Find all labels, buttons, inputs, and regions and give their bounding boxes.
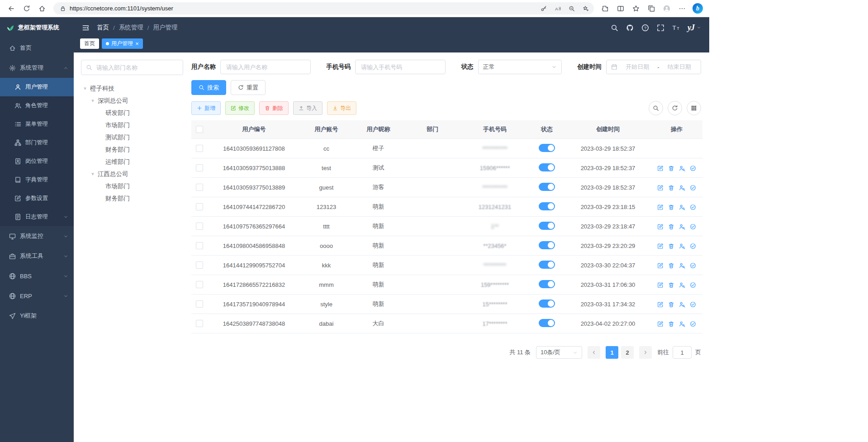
reset-password-icon[interactable] bbox=[679, 165, 685, 171]
edit-icon[interactable] bbox=[657, 165, 664, 171]
authorize-icon[interactable] bbox=[690, 262, 696, 269]
reset-password-icon[interactable] bbox=[679, 301, 685, 308]
sidebar-item[interactable]: 部门管理 bbox=[0, 133, 74, 152]
sidebar-item[interactable]: 系统管理 bbox=[0, 58, 74, 78]
github-icon[interactable] bbox=[626, 24, 634, 32]
tree-caret-icon[interactable]: ▾ bbox=[82, 86, 88, 91]
add-favorite-icon[interactable] bbox=[580, 3, 591, 14]
sidebar-item[interactable]: 系统工具 bbox=[0, 246, 74, 266]
tree-node[interactable]: 研发部门 bbox=[81, 107, 183, 119]
sidebar-item[interactable]: 菜单管理 bbox=[0, 115, 74, 133]
fullscreen-icon[interactable] bbox=[657, 24, 664, 32]
status-toggle[interactable] bbox=[539, 163, 555, 171]
status-toggle[interactable] bbox=[539, 241, 555, 249]
delete-icon[interactable] bbox=[668, 223, 674, 230]
columns-grid-button[interactable] bbox=[687, 101, 701, 115]
split-screen-icon[interactable] bbox=[614, 2, 627, 15]
status-select[interactable]: 正常 bbox=[478, 60, 562, 74]
select-all-checkbox[interactable] bbox=[196, 126, 203, 133]
authorize-icon[interactable] bbox=[690, 223, 696, 230]
url-text[interactable]: https://ccnetcore.com:1101/system/user bbox=[70, 5, 535, 12]
delete-icon[interactable] bbox=[668, 243, 674, 249]
page-button[interactable]: 2 bbox=[621, 346, 634, 359]
password-manager-icon[interactable] bbox=[538, 3, 549, 14]
profile-avatar[interactable] bbox=[660, 2, 674, 15]
breadcrumb-item[interactable]: 系统管理 bbox=[119, 24, 143, 32]
reset-password-icon[interactable] bbox=[679, 223, 685, 230]
edit-icon[interactable] bbox=[657, 204, 664, 210]
tree-node[interactable]: 市场部门 bbox=[81, 119, 183, 131]
row-checkbox[interactable] bbox=[196, 184, 203, 191]
font-size-icon[interactable]: TT bbox=[672, 24, 680, 32]
next-page-button[interactable] bbox=[639, 346, 652, 359]
goto-page-input[interactable] bbox=[673, 346, 692, 359]
reset-password-icon[interactable] bbox=[679, 204, 685, 210]
extensions-icon[interactable] bbox=[598, 2, 612, 15]
status-toggle[interactable] bbox=[539, 319, 555, 327]
header-search-icon[interactable] bbox=[611, 24, 618, 32]
username-input[interactable] bbox=[225, 63, 306, 71]
reset-password-icon[interactable] bbox=[679, 262, 685, 269]
tree-node[interactable]: 测试部门 bbox=[81, 131, 183, 143]
edit-icon[interactable] bbox=[657, 243, 664, 249]
tree-node[interactable]: ▾橙子科技 bbox=[81, 82, 183, 95]
reset-password-icon[interactable] bbox=[679, 282, 685, 288]
row-checkbox[interactable] bbox=[196, 242, 203, 249]
sidebar-item[interactable]: 首页 bbox=[0, 38, 74, 58]
collections-icon[interactable] bbox=[645, 2, 658, 15]
status-toggle[interactable] bbox=[539, 183, 555, 191]
import-button[interactable]: 导入 bbox=[293, 101, 323, 115]
edit-icon[interactable] bbox=[657, 282, 664, 288]
status-toggle[interactable] bbox=[539, 280, 555, 288]
tree-node[interactable]: ▾江西总公司 bbox=[81, 168, 183, 180]
delete-button[interactable]: 删除 bbox=[259, 101, 289, 115]
help-icon[interactable]: ? bbox=[641, 24, 649, 32]
tree-node[interactable]: 财务部门 bbox=[81, 192, 183, 204]
row-checkbox[interactable] bbox=[196, 320, 203, 327]
edit-icon[interactable] bbox=[657, 262, 664, 269]
reset-password-icon[interactable] bbox=[679, 321, 685, 327]
authorize-icon[interactable] bbox=[690, 185, 696, 191]
sidebar-toggle-icon[interactable] bbox=[82, 24, 90, 32]
add-button[interactable]: 新增 bbox=[191, 101, 221, 115]
row-checkbox[interactable] bbox=[196, 281, 203, 288]
sidebar-item[interactable]: Yi框架 bbox=[0, 306, 74, 326]
authorize-icon[interactable] bbox=[690, 321, 696, 327]
date-range-picker[interactable]: 开始日期 - 结束日期 bbox=[606, 60, 701, 74]
row-checkbox[interactable] bbox=[196, 145, 203, 152]
row-checkbox[interactable] bbox=[196, 261, 203, 269]
delete-icon[interactable] bbox=[668, 185, 674, 191]
export-button[interactable]: 导出 bbox=[327, 101, 356, 115]
sidebar-item[interactable]: 系统监控 bbox=[0, 226, 74, 246]
delete-icon[interactable] bbox=[668, 321, 674, 327]
reset-password-icon[interactable] bbox=[679, 243, 685, 249]
tree-node[interactable]: ▾深圳总公司 bbox=[81, 95, 183, 107]
authorize-icon[interactable] bbox=[690, 282, 696, 288]
authorize-icon[interactable] bbox=[690, 165, 696, 171]
phone-input[interactable] bbox=[360, 63, 441, 71]
refresh-table-button[interactable] bbox=[668, 101, 682, 115]
reset-password-icon[interactable] bbox=[679, 185, 685, 191]
sidebar-item[interactable]: 角色管理 bbox=[0, 96, 74, 115]
search-button[interactable]: 搜索 bbox=[191, 80, 226, 95]
tree-node[interactable]: 运维部门 bbox=[81, 156, 183, 168]
edit-icon[interactable] bbox=[657, 301, 664, 308]
tree-node[interactable]: 市场部门 bbox=[81, 180, 183, 192]
zoom-icon[interactable] bbox=[566, 3, 577, 14]
status-toggle[interactable] bbox=[539, 202, 555, 210]
tree-caret-icon[interactable]: ▾ bbox=[90, 171, 96, 177]
tree-caret-icon[interactable]: ▾ bbox=[90, 98, 96, 104]
status-toggle[interactable] bbox=[539, 144, 555, 152]
edit-icon[interactable] bbox=[657, 223, 664, 230]
sidebar-item[interactable]: 参数设置 bbox=[0, 189, 74, 208]
user-menu-arrow-icon[interactable] bbox=[697, 25, 701, 30]
delete-icon[interactable] bbox=[668, 204, 674, 210]
delete-icon[interactable] bbox=[668, 262, 674, 269]
breadcrumb-item[interactable]: 首页 bbox=[97, 24, 109, 32]
sidebar-item[interactable]: 岗位管理 bbox=[0, 152, 74, 171]
browser-refresh-button[interactable] bbox=[20, 2, 33, 15]
authorize-icon[interactable] bbox=[690, 243, 696, 249]
browser-home-button[interactable] bbox=[35, 2, 49, 15]
sidebar-item[interactable]: 字典管理 bbox=[0, 171, 74, 189]
tab-item[interactable]: 首页 bbox=[80, 38, 99, 49]
